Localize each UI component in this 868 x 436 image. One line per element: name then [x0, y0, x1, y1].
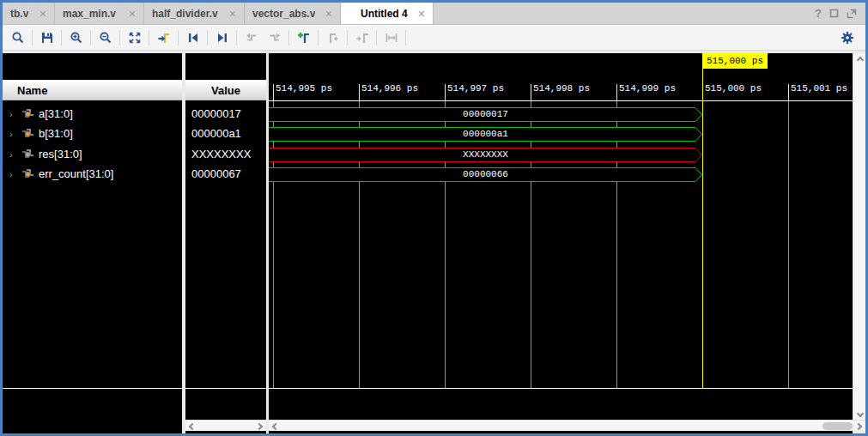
- expand-chevron-icon[interactable]: ›: [9, 129, 17, 139]
- signal-value: 00000017: [185, 104, 266, 124]
- signal-row[interactable]: ›res[31:0]: [3, 144, 182, 164]
- scroll-right-button[interactable]: [854, 421, 865, 432]
- toolbar-separator: [318, 30, 319, 45]
- value-column-header: Value: [185, 80, 266, 100]
- signal-row[interactable]: ›a[31:0]: [3, 104, 182, 124]
- ruler-tick: [788, 84, 789, 100]
- close-icon[interactable]: ×: [325, 8, 332, 20]
- zoom-fit-icon[interactable]: [123, 27, 146, 48]
- vertical-scrollbar[interactable]: [853, 53, 865, 421]
- ruler-tick: [445, 84, 446, 100]
- wave-lower-area: [269, 389, 853, 422]
- settings-gear-icon[interactable]: [835, 27, 859, 48]
- value-header-label: Value: [211, 84, 240, 97]
- expand-chevron-icon[interactable]: ›: [9, 149, 17, 160]
- wave-panel: 514,995 ps514,996 ps514,997 ps514,998 ps…: [269, 53, 853, 433]
- next-marker-icon: [350, 27, 373, 48]
- wave-viewer-main: Name ›a[31:0]›b[31:0]›res[31:0]›err_coun…: [3, 51, 865, 433]
- bus-signal-icon: [21, 168, 34, 179]
- signal-row[interactable]: ›err_count[31:0]: [3, 164, 182, 184]
- wave-plot-area[interactable]: 00000017000000a1XXXXXXXX00000066: [269, 101, 853, 388]
- window-inner: tb.v × max_min.v × half_divider.v × vect…: [3, 3, 865, 433]
- gridline: [445, 101, 446, 388]
- signal-value: 000000a1: [185, 124, 266, 143]
- next-transition-icon: [263, 27, 286, 48]
- tab-vector-abs-v[interactable]: vector_abs.v ×: [245, 3, 341, 24]
- scrollbar-thumb[interactable]: [822, 422, 853, 430]
- bus-value-text: 00000017: [269, 109, 702, 119]
- maximize-icon[interactable]: [829, 9, 839, 18]
- toolbar-separator: [32, 30, 33, 45]
- ruler-tick: [531, 84, 531, 100]
- float-window-icon[interactable]: [847, 9, 857, 19]
- scroll-left-button[interactable]: [269, 421, 280, 432]
- add-marker-icon[interactable]: [292, 27, 315, 48]
- toolbar-separator: [347, 30, 348, 45]
- toolbar-separator: [207, 30, 208, 45]
- name-header-label: Name: [17, 84, 47, 97]
- toolbar-separator: [376, 30, 377, 45]
- signal-name: res[31:0]: [39, 148, 82, 160]
- zoom-in-icon[interactable]: [64, 27, 88, 48]
- find-icon[interactable]: [6, 27, 29, 48]
- signal-list-end-line: [3, 388, 182, 389]
- signal-list-end-line: [185, 388, 266, 389]
- signal-value: 00000067: [185, 164, 266, 184]
- close-icon[interactable]: ×: [39, 8, 46, 20]
- gridline: [788, 101, 789, 388]
- previous-transition-icon: [240, 27, 263, 48]
- expand-chevron-icon[interactable]: ›: [9, 169, 17, 179]
- close-icon[interactable]: ×: [229, 8, 236, 20]
- close-icon[interactable]: ×: [418, 8, 425, 20]
- time-ruler[interactable]: 514,995 ps514,996 ps514,997 ps514,998 ps…: [269, 71, 853, 101]
- ruler-tick-label: 515,001 ps: [791, 83, 847, 94]
- gridline: [616, 101, 617, 388]
- help-icon[interactable]: ?: [815, 7, 822, 20]
- value-horizontal-scrollbar[interactable]: [185, 420, 266, 431]
- tab-tb-v[interactable]: tb.v ×: [3, 3, 55, 24]
- zoom-to-cursor-icon[interactable]: [152, 27, 175, 48]
- tab-label: Untitled 4: [361, 8, 408, 20]
- go-to-last-time-icon[interactable]: [210, 27, 234, 48]
- go-to-time-0-icon[interactable]: [181, 27, 204, 48]
- scroll-right-button[interactable]: [255, 421, 266, 432]
- toolbar-separator: [178, 30, 179, 45]
- ruler-tick-label: 515,000 ps: [705, 83, 762, 94]
- cursor-time-label: 515,000 ps: [702, 53, 768, 69]
- zoom-out-icon[interactable]: [94, 27, 117, 48]
- scroll-left-button[interactable]: [185, 421, 197, 432]
- signal-row[interactable]: ›b[31:0]: [3, 124, 182, 143]
- previous-marker-icon: [321, 27, 344, 48]
- bus-value-text: XXXXXXXX: [269, 149, 702, 160]
- toolbar-separator: [90, 30, 91, 45]
- save-waveform-icon[interactable]: [35, 27, 58, 48]
- bus-value-text: 000000a1: [269, 129, 702, 139]
- window-controls: ?: [815, 3, 865, 24]
- toolbar-separator: [119, 30, 120, 45]
- expand-chevron-icon[interactable]: ›: [9, 109, 17, 119]
- ruler-tick-label: 514,996 ps: [361, 83, 418, 94]
- ruler-tick: [616, 84, 617, 100]
- wave-horizontal-scrollbar[interactable]: [269, 420, 865, 431]
- toolbar-separator: [236, 30, 237, 45]
- name-column-header: Name: [3, 80, 182, 100]
- close-icon[interactable]: ×: [129, 8, 136, 20]
- tab-max-min-v[interactable]: max_min.v ×: [55, 3, 144, 24]
- toolbar-separator: [405, 30, 406, 45]
- wave-toolbar: [3, 25, 865, 51]
- toolbar-separator: [61, 30, 62, 45]
- bus-waveform: 000000a1: [269, 127, 712, 142]
- toolbar-separator: [149, 30, 149, 45]
- bus-signal-icon: [21, 128, 34, 139]
- ruler-tick-label: 514,995 ps: [276, 83, 332, 94]
- tab-untitled-4[interactable]: Untitled 4 ×: [341, 3, 434, 24]
- bus-signal-icon: [21, 148, 34, 160]
- signal-value-panel: Value 00000017000000a1XXXXXXXX00000067: [185, 53, 266, 433]
- tab-half-divider-v[interactable]: half_divider.v ×: [144, 3, 245, 24]
- tab-bar: tb.v × max_min.v × half_divider.v × vect…: [3, 3, 865, 25]
- tab-label: half_divider.v: [152, 8, 218, 20]
- scroll-up-button[interactable]: [854, 53, 865, 64]
- cursor-line[interactable]: [702, 69, 703, 388]
- signal-value: XXXXXXXX: [185, 144, 266, 164]
- tab-label: tb.v: [10, 8, 28, 20]
